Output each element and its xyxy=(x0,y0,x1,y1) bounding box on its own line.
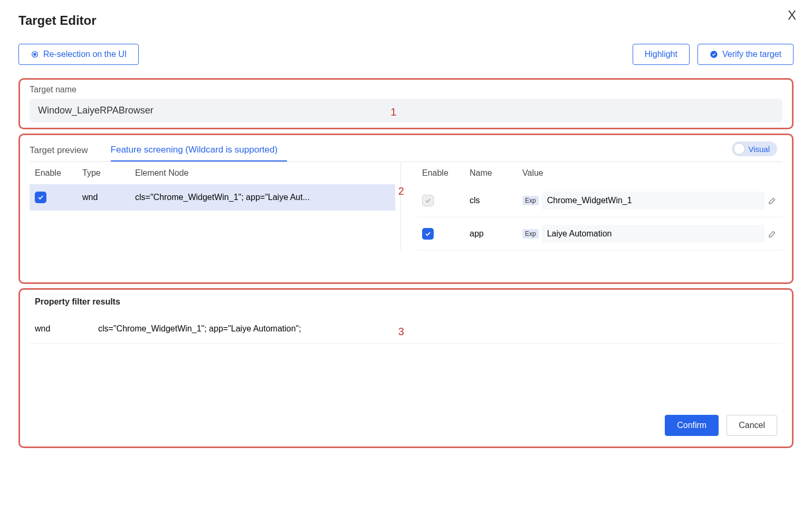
annotation-3: 3 xyxy=(398,326,404,338)
tab-feature-screening[interactable]: Feature screening (Wildcard is supported… xyxy=(111,140,288,162)
target-icon xyxy=(31,50,39,59)
header-enable2: Enable xyxy=(422,168,470,178)
confirm-button[interactable]: Confirm xyxy=(665,415,719,436)
highlight-button[interactable]: Highlight xyxy=(633,44,690,65)
header-value: Value xyxy=(522,168,777,178)
node-value: cls="Chrome_WidgetWin_1"; app="Laiye Aut… xyxy=(135,193,390,202)
dialog-title: Target Editor xyxy=(18,13,794,28)
target-name-label: Target name xyxy=(30,85,782,94)
enable-checkbox-app[interactable] xyxy=(422,228,434,240)
visual-toggle[interactable]: Visual xyxy=(732,141,777,156)
svg-point-1 xyxy=(34,53,36,55)
element-node-row[interactable]: wnd cls="Chrome_WidgetWin_1"; app="Laiye… xyxy=(30,184,395,211)
element-node-panel: Enable Type Element Node wnd cls="Chrome… xyxy=(30,162,401,251)
dialog-footer: Confirm Cancel xyxy=(30,407,782,439)
cancel-button[interactable]: Cancel xyxy=(727,415,777,436)
target-editor-dialog: X Target Editor Re-selection on the UI H… xyxy=(0,0,812,466)
header-name: Name xyxy=(470,168,522,178)
enable-checkbox[interactable] xyxy=(35,192,46,203)
results-title: Property filter results xyxy=(30,295,782,315)
tabs-row: Target preview Feature screening (Wildca… xyxy=(30,140,782,162)
exp-badge: Exp xyxy=(522,229,539,239)
check-icon xyxy=(424,197,432,204)
prop-value-app[interactable] xyxy=(542,225,765,243)
target-name-input[interactable] xyxy=(30,99,782,122)
exp-badge: Exp xyxy=(522,196,539,205)
reselection-button[interactable]: Re-selection on the UI xyxy=(18,44,139,65)
top-actions-bar: Re-selection on the UI Highlight Verify … xyxy=(18,44,794,65)
result-row: wnd cls="Chrome_WidgetWin_1"; app="Laiye… xyxy=(30,315,782,344)
properties-panel: Enable Name Value cls Exp xyxy=(401,162,782,251)
visual-label: Visual xyxy=(748,145,770,154)
highlight-label: Highlight xyxy=(645,50,677,59)
annotation-1: 1 xyxy=(390,106,396,118)
edit-icon[interactable] xyxy=(768,229,777,239)
annotation-2: 2 xyxy=(398,185,404,197)
result-type: wnd xyxy=(35,324,98,334)
header-element-node: Element Node xyxy=(135,168,390,178)
node-type: wnd xyxy=(82,193,135,202)
svg-point-2 xyxy=(710,51,717,58)
reselection-label: Re-selection on the UI xyxy=(43,50,127,59)
tab-target-preview[interactable]: Target preview xyxy=(30,141,98,161)
prop-name-app: app xyxy=(470,229,522,239)
prop-value-cls[interactable] xyxy=(542,192,765,210)
property-filter-results-section: Property filter results wnd cls="Chrome_… xyxy=(18,288,794,448)
toggle-knob xyxy=(733,143,745,155)
header-type: Type xyxy=(82,168,135,178)
target-name-section: Target name 1 xyxy=(18,78,794,129)
check-icon xyxy=(424,230,432,238)
verify-button[interactable]: Verify the target xyxy=(698,44,794,65)
check-icon xyxy=(37,194,44,201)
check-circle-icon xyxy=(710,50,718,59)
edit-icon[interactable] xyxy=(768,196,777,205)
result-value: cls="Chrome_WidgetWin_1"; app="Laiye Aut… xyxy=(98,324,777,334)
verify-label: Verify the target xyxy=(722,50,781,59)
enable-checkbox-disabled xyxy=(422,195,434,206)
header-enable: Enable xyxy=(35,168,82,178)
feature-screening-section: Target preview Feature screening (Wildca… xyxy=(18,134,794,284)
property-row-cls: cls Exp xyxy=(417,184,782,217)
prop-name-cls: cls xyxy=(470,196,522,205)
property-row-app: app Exp xyxy=(417,217,782,251)
close-icon[interactable]: X xyxy=(788,8,796,23)
